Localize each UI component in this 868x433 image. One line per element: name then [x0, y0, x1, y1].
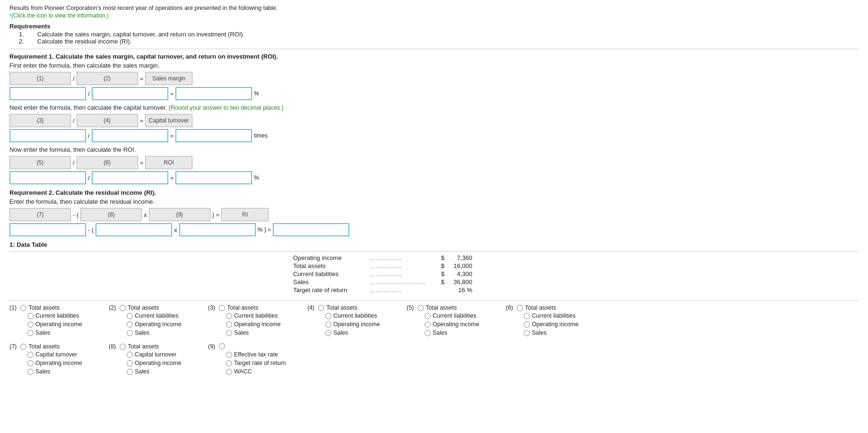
sales-margin-label: Sales margin — [145, 72, 192, 85]
radio-8-opt-0[interactable]: Capital turnover — [127, 351, 203, 358]
percent-unit-1: % — [254, 90, 259, 97]
data-row-value-3: 36,800 — [446, 278, 472, 286]
radio-6-total-assets[interactable] — [517, 305, 523, 311]
radio-8-opt-1[interactable]: Operating income — [127, 360, 203, 366]
radio-group-num-9: (9) — [208, 343, 215, 350]
radio-2-opt-1[interactable]: Operating income — [127, 321, 203, 328]
radio-group-num-8: (8) — [109, 343, 116, 350]
formula-label-9: (9) — [149, 208, 210, 221]
radio-1-opt-1[interactable]: Operating income — [27, 321, 104, 328]
req2-instruction: Enter the formula, then calculate the re… — [9, 198, 859, 205]
radio-7-opt-1[interactable]: Operating income — [27, 360, 104, 366]
radio-7-opt-2[interactable]: Sales — [27, 368, 104, 375]
radio-group-3: (3) Total assets Current liabilities Ope… — [208, 304, 303, 337]
capital-turnover-label: Capital turnover — [145, 114, 192, 127]
req1-roi-instruction: Now enter the formula, then calculate th… — [9, 146, 859, 153]
radio-group-num-4: (4) — [307, 304, 314, 311]
ri-term1-input[interactable] — [9, 223, 86, 236]
radio-group-7: (7) Total assets Capital turnover Operat… — [9, 343, 104, 375]
roi-result-input[interactable] — [175, 171, 252, 184]
formula-label-6: (6) — [77, 156, 138, 169]
formula-label-2: (2) — [77, 72, 138, 85]
radio-4-total-assets[interactable] — [318, 305, 324, 311]
ri-term3-input[interactable] — [179, 223, 256, 236]
radio-9-opt-2[interactable]: WACC — [226, 368, 303, 375]
radio-6-opt-0[interactable]: Current liabilities — [524, 312, 600, 319]
radio-3-opt-1[interactable]: Operating income — [226, 321, 303, 328]
op-div-4: / — [88, 132, 90, 139]
radio-group-4: (4) Total assets Current liabilities Ope… — [307, 304, 402, 337]
intro-line2: ¹(Click the icon to view the information… — [9, 12, 859, 19]
data-row-name-3: Sales — [293, 278, 369, 286]
radio-5-total-assets[interactable] — [417, 305, 424, 311]
op-minus-ri: - ( — [73, 211, 78, 218]
radio-group-num-2: (2) — [109, 304, 116, 311]
radio-group-num-7: (7) — [9, 343, 17, 350]
req1-title: Requirement 1. Calculate the sales margi… — [9, 53, 859, 60]
data-row-value-2: 4,300 — [446, 270, 472, 277]
radio-5-opt-1[interactable]: Operating income — [425, 321, 501, 328]
data-row-value-4: 16 % — [446, 286, 472, 294]
data-row-name-2: Current liabilities — [293, 270, 369, 277]
radio-6-opt-2[interactable]: Sales — [524, 329, 600, 336]
sales-margin-numerator-input[interactable] — [9, 87, 86, 100]
requirements-header: Requirements — [9, 23, 859, 30]
op-div-5: / — [73, 159, 75, 166]
data-row-4: Target rate of return ............ 16 % — [293, 286, 859, 294]
data-table-label: 1: Data Table — [9, 241, 859, 248]
percent-unit-2: % — [254, 174, 259, 181]
op-minus-ri-2: - ( — [88, 226, 94, 234]
radio-1-opt-0[interactable]: Current liabilities — [27, 312, 104, 319]
data-row-value-0: 7,360 — [446, 254, 472, 261]
roi-numerator-input[interactable] — [9, 171, 86, 184]
capital-turnover-result-input[interactable] — [175, 129, 252, 142]
formula-label-8: (8) — [80, 208, 142, 221]
radio-1-opt-2[interactable]: Sales — [27, 329, 104, 336]
radio-5-opt-0[interactable]: Current liabilities — [425, 312, 501, 319]
radio-4-opt-2[interactable]: Sales — [325, 329, 402, 336]
radio-9-opt-1[interactable]: Target rate of return — [226, 360, 303, 366]
radio-4-opt-0[interactable]: Current liabilities — [325, 312, 402, 319]
radio-6-opt-1[interactable]: Operating income — [524, 321, 600, 328]
data-row-3: Sales ..................... $ 36,800 — [293, 278, 859, 286]
radio-group-num-5: (5) — [407, 304, 414, 311]
capital-turnover-denominator-input[interactable] — [92, 129, 168, 142]
capital-turnover-numerator-input[interactable] — [9, 129, 86, 142]
radio-group-2: (2) Total assets Current liabilities Ope… — [109, 304, 203, 337]
req1-sales-instruction: First enter the formula, then calculate … — [9, 62, 859, 69]
data-row-name-1: Total assets — [293, 262, 369, 269]
radio-7-total-assets[interactable] — [20, 344, 26, 350]
op-eq-1: = — [140, 75, 144, 82]
radio-group-num-1: (1) — [9, 304, 17, 311]
capital-note: (Round your answer to two decimal places… — [169, 104, 284, 111]
op-div-6: / — [88, 174, 90, 182]
req-text-1: Calculate the sales margin, capital turn… — [37, 31, 245, 38]
roi-denominator-input[interactable] — [92, 171, 168, 184]
data-row-1: Total assets ............ $ 16,000 — [293, 262, 859, 269]
radio-8-total-assets[interactable] — [120, 344, 126, 350]
roi-label: ROI — [145, 156, 192, 169]
radio-group-num-6: (6) — [506, 304, 513, 311]
op-close-ri: ) = — [212, 211, 220, 218]
req-num-1: 1. — [19, 31, 24, 38]
ri-term2-input[interactable] — [95, 223, 172, 236]
radio-4-opt-1[interactable]: Operating income — [325, 321, 402, 328]
radio-3-total-assets[interactable] — [219, 305, 225, 311]
radio-2-opt-0[interactable]: Current liabilities — [127, 312, 203, 319]
radio-2-total-assets[interactable] — [120, 305, 126, 311]
radio-3-opt-0[interactable]: Current liabilities — [226, 312, 303, 319]
sales-margin-denominator-input[interactable] — [92, 87, 168, 100]
radio-8-opt-2[interactable]: Sales — [127, 368, 203, 375]
radio-group-6: (6) Total assets Current liabilities Ope… — [506, 304, 600, 337]
sales-margin-result-input[interactable] — [175, 87, 252, 100]
radio-7-opt-0[interactable]: Capital turnover — [27, 351, 104, 358]
click-link[interactable]: ¹(Click the icon to view the information… — [9, 12, 109, 19]
ri-result-input[interactable] — [273, 223, 349, 236]
radio-5-opt-2[interactable]: Sales — [425, 329, 501, 336]
radio-9-first[interactable] — [219, 343, 225, 349]
radio-3-opt-2[interactable]: Sales — [226, 329, 303, 336]
radio-2-opt-2[interactable]: Sales — [127, 329, 203, 336]
radio-9-opt-0[interactable]: Effective tax rate — [226, 351, 303, 358]
radio-1-total-assets[interactable] — [20, 305, 26, 311]
op-div-1: / — [73, 75, 75, 82]
